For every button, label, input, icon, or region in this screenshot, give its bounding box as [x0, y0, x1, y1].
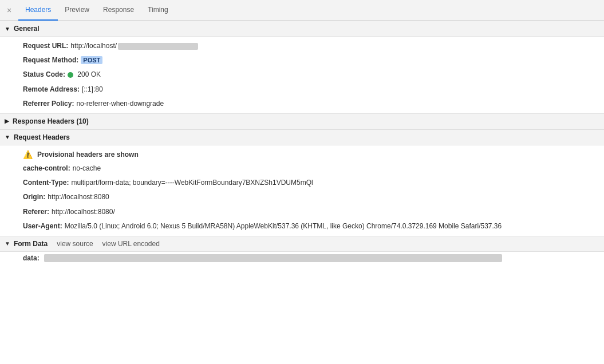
remote-address-row: Remote Address: [::1]:80 — [0, 82, 604, 97]
user-agent-value: Mozilla/5.0 (Linux; Android 6.0; Nexus 5… — [65, 221, 502, 232]
user-agent-label: User-Agent: — [23, 221, 62, 232]
general-section-header[interactable]: ▼ General — [0, 21, 604, 37]
request-url-label: Request URL: — [23, 41, 68, 52]
origin-label: Origin: — [23, 192, 45, 203]
referer-label: Referer: — [23, 207, 49, 217]
user-agent-row: User-Agent: Mozilla/5.0 (Linux; Android … — [0, 219, 604, 234]
tab-response[interactable]: Response — [96, 0, 141, 21]
form-data-collapse-arrow: ▼ — [5, 240, 10, 247]
remote-address-value: [::1]:80 — [82, 84, 103, 95]
view-source-link[interactable]: view source — [57, 240, 93, 248]
form-data-section-header[interactable]: ▼ Form Data view source view URL encoded — [0, 236, 604, 252]
close-icon[interactable]: × — [5, 6, 14, 15]
remote-address-label: Remote Address: — [23, 84, 80, 95]
content-type-row: Content-Type: multipart/form-data; bound… — [0, 176, 604, 190]
origin-row: Origin: http://localhost:8080 — [0, 190, 604, 204]
request-headers-section-header[interactable]: ▼ Request Headers — [0, 129, 604, 145]
cache-control-row: cache-control: no-cache — [0, 161, 604, 176]
tab-timing[interactable]: Timing — [141, 0, 175, 21]
tab-bar: × Headers Preview Response Timing — [0, 0, 604, 21]
request-method-value: POST — [81, 55, 102, 66]
referer-row: Referer: http://localhost:8080/ — [0, 205, 604, 219]
referrer-policy-label: Referrer Policy: — [23, 98, 74, 109]
content-type-value: multipart/form-data; boundary=----WebKit… — [71, 177, 313, 188]
provisional-warning-row: ⚠️ Provisional headers are shown — [0, 148, 604, 161]
tab-preview[interactable]: Preview — [58, 0, 96, 21]
response-headers-section-header[interactable]: ▶ Response Headers (10) — [0, 113, 604, 129]
provisional-warning-text: Provisional headers are shown — [37, 151, 139, 159]
referrer-policy-value: no-referrer-when-downgrade — [76, 98, 164, 109]
method-badge: POST — [81, 56, 102, 64]
general-collapse-arrow: ▼ — [5, 26, 10, 32]
response-headers-collapse-arrow: ▶ — [5, 118, 9, 124]
status-dot-green — [68, 72, 73, 78]
referrer-policy-row: Referrer Policy: no-referrer-when-downgr… — [0, 97, 604, 111]
url-redacted-part — [118, 43, 198, 50]
general-section-title: General — [14, 25, 40, 33]
form-data-key: data: — [23, 254, 40, 262]
request-url-value: http://localhost/ — [70, 41, 198, 52]
form-data-section-title: Form Data — [14, 240, 48, 248]
request-method-row: Request Method: POST — [0, 53, 604, 68]
response-headers-section-title: Response Headers (10) — [13, 117, 89, 125]
warning-icon: ⚠️ — [23, 150, 33, 159]
status-code-label: Status Code: — [23, 69, 65, 80]
request-method-label: Request Method: — [23, 55, 78, 66]
content-area: ▼ General Request URL: http://localhost/… — [0, 21, 604, 364]
general-section-content: Request URL: http://localhost/ Request M… — [0, 37, 604, 113]
tab-headers[interactable]: Headers — [18, 0, 58, 21]
request-headers-section-content: ⚠️ Provisional headers are shown cache-c… — [0, 145, 604, 236]
view-url-encoded-link[interactable]: view URL encoded — [102, 240, 160, 248]
request-headers-collapse-arrow: ▼ — [5, 134, 10, 140]
status-code-row: Status Code: 200 OK — [0, 68, 604, 82]
status-code-value: 200 OK — [68, 69, 101, 80]
cache-control-value: no-cache — [73, 163, 101, 174]
origin-value: http://localhost:8080 — [48, 192, 109, 203]
cache-control-label: cache-control: — [23, 163, 70, 174]
form-data-blob — [44, 254, 502, 262]
form-data-data-row: data: — [0, 252, 604, 264]
request-headers-section-title: Request Headers — [14, 133, 70, 141]
request-url-row: Request URL: http://localhost/ — [0, 39, 604, 53]
referer-value: http://localhost:8080/ — [52, 207, 115, 217]
content-type-label: Content-Type: — [23, 177, 69, 188]
